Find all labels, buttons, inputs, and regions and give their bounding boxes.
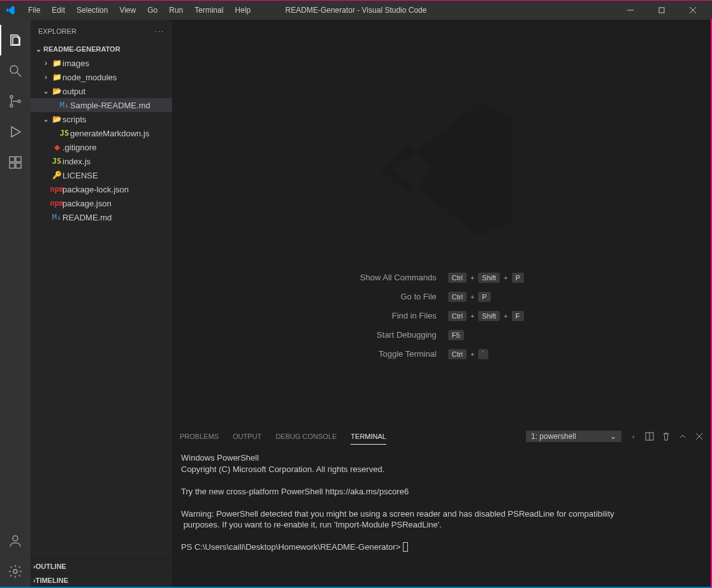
svg-rect-8	[16, 163, 21, 168]
shortcut-keys: Ctrl+P	[448, 292, 524, 302]
panel-tabs: PROBLEMSOUTPUTDEBUG CONSOLETERMINAL 1: p…	[172, 426, 712, 447]
kbd-key: Ctrl	[448, 273, 467, 283]
outline-section[interactable]: › OUTLINE	[31, 559, 172, 573]
outline-label: OUTLINE	[36, 563, 66, 570]
activity-explorer[interactable]	[0, 25, 31, 55]
file-item[interactable]: M↓Sample-README.md	[31, 98, 172, 112]
close-panel-icon[interactable]	[694, 431, 704, 441]
activity-settings[interactable]	[0, 556, 31, 587]
folder-icon: 📁	[51, 59, 62, 68]
menu-item-terminal[interactable]: Terminal	[189, 3, 228, 17]
menu-item-go[interactable]: Go	[142, 3, 163, 17]
kbd-key: Ctrl	[448, 311, 467, 321]
tree-item-label: Sample-README.md	[70, 101, 150, 110]
file-item[interactable]: JSgenerateMarkdown.js	[31, 126, 172, 140]
menu-item-view[interactable]: View	[114, 3, 141, 17]
close-button[interactable]	[678, 1, 707, 20]
activity-extensions[interactable]	[0, 147, 31, 178]
tree-item-label: package.json	[62, 199, 112, 208]
folder-icon: 📂	[51, 87, 62, 96]
shortcut-keys: Ctrl+Shift+F	[448, 311, 524, 321]
tree-item-label: output	[62, 87, 85, 96]
tree-item-label: package-lock.json	[62, 185, 129, 194]
project-header[interactable]: ⌄ README-GENERATOR	[31, 42, 172, 56]
svg-point-1	[10, 66, 18, 73]
project-name: README-GENERATOR	[43, 45, 120, 53]
main-area: EXPLORER ··· ⌄ README-GENERATOR ›📁images…	[0, 20, 712, 587]
tree-item-label: generateMarkdown.js	[70, 129, 149, 138]
file-item[interactable]: npmpackage-lock.json	[31, 182, 172, 196]
panel-tab-debug-console[interactable]: DEBUG CONSOLE	[275, 429, 337, 445]
plus-icon: +	[470, 293, 474, 301]
svg-point-10	[13, 570, 17, 573]
file-item[interactable]: npmpackage.json	[31, 196, 172, 210]
file-item[interactable]: 🔑LICENSE	[31, 168, 172, 182]
shortcut-label: Show All Commands	[360, 273, 437, 282]
tree-item-label: .gitignore	[62, 143, 96, 152]
terminal-cursor	[403, 542, 408, 552]
svg-rect-0	[659, 8, 664, 13]
kbd-key: Ctrl	[448, 349, 467, 359]
kbd-key: P	[512, 273, 524, 283]
folder-item[interactable]: ›📁node_modules	[31, 70, 172, 84]
shortcut-label: Toggle Terminal	[360, 349, 437, 359]
menu-item-file[interactable]: File	[23, 3, 45, 17]
activity-source-control[interactable]	[0, 86, 31, 117]
new-terminal-icon[interactable]: ＋	[628, 431, 638, 441]
panel-tab-output[interactable]: OUTPUT	[233, 429, 261, 445]
menu-item-selection[interactable]: Selection	[71, 3, 113, 17]
timeline-label: TIMELINE	[36, 577, 68, 584]
kbd-key: Shift	[478, 273, 500, 283]
chevron-down-icon: ⌄	[41, 115, 51, 124]
activity-account[interactable]	[0, 526, 31, 556]
panel-tab-terminal[interactable]: TERMINAL	[351, 429, 386, 445]
terminal-text: Windows PowerShell Copyright (C) Microso…	[181, 453, 614, 552]
activity-search[interactable]	[0, 55, 31, 86]
shortcut-keys: Ctrl+`	[448, 349, 524, 359]
maximize-panel-icon[interactable]	[678, 431, 688, 441]
plus-icon: +	[470, 274, 474, 282]
tree-item-label: node_modules	[62, 73, 117, 82]
more-icon[interactable]: ···	[155, 27, 164, 35]
menu-item-run[interactable]: Run	[164, 3, 188, 17]
menu-bar: FileEditSelectionViewGoRunTerminalHelp	[23, 3, 256, 17]
timeline-section[interactable]: › TIMELINE	[31, 573, 172, 587]
plus-icon: +	[504, 274, 507, 282]
kbd-key: Shift	[478, 311, 500, 321]
terminal-select-label: 1: powershell	[531, 432, 576, 441]
terminal-select[interactable]: 1: powershell ⌄	[526, 431, 621, 442]
shortcut-keys: F5	[448, 330, 524, 340]
window-title: README-Generator - Visual Studio Code	[286, 6, 427, 15]
shortcut-label: Go to File	[360, 292, 437, 301]
minimize-button[interactable]	[616, 1, 644, 20]
kbd-key: F	[512, 311, 524, 321]
tree-item-label: README.md	[62, 213, 112, 222]
shortcut-keys: Ctrl+Shift+P	[448, 273, 524, 283]
file-item[interactable]: ◆.gitignore	[31, 140, 172, 154]
bottom-panel: PROBLEMSOUTPUTDEBUG CONSOLETERMINAL 1: p…	[172, 426, 712, 587]
folder-item[interactable]: ⌄📂scripts	[31, 112, 172, 126]
editor-column: Show All CommandsCtrl+Shift+PGo to FileC…	[172, 20, 712, 587]
chevron-down-icon: ⌄	[610, 432, 616, 441]
shortcut-label: Find in Files	[360, 311, 437, 320]
kill-terminal-icon[interactable]	[661, 431, 671, 441]
sidebar: EXPLORER ··· ⌄ README-GENERATOR ›📁images…	[31, 20, 172, 587]
maximize-button[interactable]	[647, 1, 676, 20]
split-terminal-icon[interactable]	[644, 431, 655, 441]
panel-tab-problems[interactable]: PROBLEMS	[180, 429, 219, 445]
title-bar: FileEditSelectionViewGoRunTerminalHelp R…	[0, 1, 712, 20]
folder-item[interactable]: ⌄📂output	[31, 84, 172, 98]
terminal-output[interactable]: Windows PowerShell Copyright (C) Microso…	[172, 447, 712, 587]
file-item[interactable]: JSindex.js	[31, 154, 172, 168]
menu-item-help[interactable]: Help	[230, 3, 256, 17]
svg-rect-5	[10, 157, 15, 162]
file-item[interactable]: M↓README.md	[31, 210, 172, 224]
svg-point-3	[10, 104, 13, 107]
folder-item[interactable]: ›📁images	[31, 56, 172, 70]
activity-run-debug[interactable]	[0, 117, 31, 147]
chevron-down-icon: ⌄	[41, 87, 51, 96]
sidebar-header: EXPLORER ···	[31, 20, 172, 42]
menu-item-edit[interactable]: Edit	[47, 3, 70, 17]
chevron-right-icon: ›	[41, 59, 51, 68]
kbd-key: P	[478, 292, 490, 302]
